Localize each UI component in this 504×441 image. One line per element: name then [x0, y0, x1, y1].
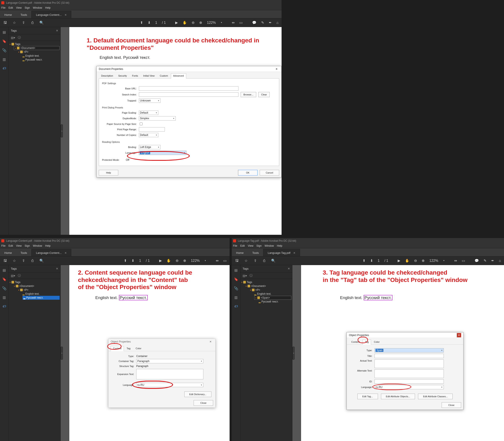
pointer-icon[interactable]: ▶: [159, 259, 162, 263]
tags-icon[interactable]: 🏷: [2, 304, 6, 309]
close-icon[interactable]: ✕: [56, 267, 58, 270]
zoom-in-icon[interactable]: ⊕: [183, 259, 186, 263]
type-select[interactable]: Span▼: [374, 348, 444, 352]
tree-p[interactable]: <P>: [24, 288, 28, 291]
bookmarks-icon[interactable]: 🔖: [234, 277, 238, 282]
titlebar[interactable]: Language-Content.pdf - Adobe Acrobat Pro…: [0, 0, 282, 5]
attachments-icon[interactable]: 📎: [2, 286, 6, 291]
actual-text-input[interactable]: [374, 360, 444, 368]
up-icon[interactable]: ⬆: [124, 259, 127, 263]
container-tag-select[interactable]: Paragraph▼: [136, 359, 203, 363]
up-icon[interactable]: ⬆: [140, 21, 143, 25]
zoom-in-icon[interactable]: ⊕: [422, 259, 424, 263]
menu-file[interactable]: File: [1, 6, 5, 9]
down-icon[interactable]: ⬇: [148, 21, 151, 25]
duplex-select[interactable]: Simplex▼: [139, 116, 176, 121]
highlight-icon[interactable]: ✎: [261, 21, 264, 25]
share-icon[interactable]: ⇪: [21, 259, 26, 263]
menu-file[interactable]: File: [1, 244, 5, 247]
print-icon[interactable]: ⎙: [30, 21, 35, 25]
page-view-icon[interactable]: ▭: [239, 21, 243, 25]
doc-tab[interactable]: Language-Tag.pdf ✕: [263, 249, 300, 256]
thumbnails-icon[interactable]: ▤: [2, 268, 6, 272]
tools-tab[interactable]: Tools: [16, 11, 31, 18]
dialog-titlebar[interactable]: Document Properties ✕: [97, 66, 281, 72]
fit-width-icon[interactable]: ⇔: [216, 259, 218, 263]
stamp-icon[interactable]: ⌂: [276, 21, 279, 25]
thumbnails-icon[interactable]: ▤: [234, 268, 238, 272]
info-icon[interactable]: ⓘ: [250, 274, 252, 278]
language-select[interactable]: ru-RU▼: [374, 385, 444, 389]
share-icon[interactable]: ⇪: [253, 259, 257, 263]
canvas[interactable]: ◂ 1. Default document language could be …: [61, 27, 282, 235]
home-tab[interactable]: Home: [0, 11, 16, 18]
menu-sign[interactable]: Sign: [25, 6, 30, 9]
menu-view[interactable]: View: [16, 6, 22, 9]
doc-tab[interactable]: Language-Content... ✕: [31, 249, 71, 256]
menu-window[interactable]: Window: [33, 6, 42, 9]
zoom-value[interactable]: 122%: [429, 259, 438, 263]
layers-icon[interactable]: ▥: [234, 295, 238, 300]
close-icon[interactable]: ✕: [56, 29, 58, 32]
pointer-icon[interactable]: ▶: [398, 259, 400, 263]
alternate-text-input[interactable]: [374, 369, 444, 378]
titlebar[interactable]: Language-Content.pdf - Adobe Acrobat Pro…: [0, 238, 230, 243]
menubar[interactable]: File Edit View Sign Window Help: [232, 243, 504, 248]
expansion-text-input[interactable]: [136, 369, 203, 379]
ok-button[interactable]: OK: [238, 170, 257, 175]
hand-icon[interactable]: ✋: [183, 21, 187, 25]
chevron-down-icon[interactable]: ▼: [220, 22, 222, 24]
copies-select[interactable]: Default▼: [139, 133, 158, 137]
tab-content[interactable]: Content: [349, 340, 362, 345]
hand-icon[interactable]: ✋: [405, 259, 409, 263]
layers-icon[interactable]: ▥: [2, 295, 6, 300]
save-icon[interactable]: 🖫: [3, 259, 7, 263]
stamp-icon[interactable]: ⌂: [499, 259, 501, 263]
trapped-select[interactable]: Unknown▼: [139, 98, 161, 103]
page-current[interactable]: 1: [139, 259, 141, 263]
tab-color[interactable]: Color: [371, 340, 382, 345]
comment-icon[interactable]: 💬: [252, 21, 256, 25]
zoom-out-icon[interactable]: ⊖: [414, 259, 417, 263]
close-icon[interactable]: ✕: [274, 67, 279, 71]
zoom-value[interactable]: 122%: [207, 21, 216, 25]
browse-button[interactable]: Browse...: [241, 92, 256, 97]
menu-window[interactable]: Window: [33, 244, 42, 247]
menu-sign[interactable]: Sign: [256, 244, 262, 247]
zoom-out-icon[interactable]: ⊖: [176, 259, 178, 263]
panel-collapse-handle[interactable]: ◂: [292, 347, 295, 360]
page-current[interactable]: 1: [155, 21, 157, 25]
sign-icon[interactable]: ✒: [491, 259, 494, 263]
menu-sign[interactable]: Sign: [25, 244, 30, 247]
options-icon[interactable]: ▤▾: [11, 274, 15, 277]
save-icon[interactable]: 🖫: [3, 21, 7, 25]
tree-p[interactable]: <P>: [255, 288, 260, 291]
info-icon[interactable]: ⓘ: [18, 274, 21, 278]
tree-text-ru[interactable]: Русский текст.: [261, 300, 279, 303]
share-icon[interactable]: ⇪: [21, 21, 26, 25]
edit-tag-button[interactable]: Edit Tag...: [357, 394, 378, 399]
menu-window[interactable]: Window: [265, 244, 274, 247]
dialog-titlebar[interactable]: Object Properties ✕: [347, 332, 463, 338]
options-icon[interactable]: ▤▾: [243, 274, 247, 277]
tab-tag[interactable]: Tag: [363, 340, 371, 345]
menu-view[interactable]: View: [248, 244, 253, 247]
close-icon[interactable]: ✕: [208, 340, 213, 343]
collapse-icon[interactable]: ▾: [18, 51, 19, 53]
star-icon[interactable]: ☆: [12, 259, 17, 263]
edit-attribute-classes-button[interactable]: Edit Attribute Classes...: [418, 394, 453, 399]
close-button[interactable]: Close: [442, 402, 461, 408]
language-select[interactable]: ru-RU▼: [136, 383, 203, 387]
collapse-icon[interactable]: ▾: [15, 47, 16, 49]
edit-dictionary-button[interactable]: Edit Dictionary...: [184, 392, 211, 397]
tags-icon[interactable]: 🏷: [234, 304, 238, 309]
tools-tab[interactable]: Tools: [248, 249, 263, 256]
tab-custom[interactable]: Custom: [157, 73, 170, 79]
pointer-icon[interactable]: ▶: [175, 21, 178, 25]
clear-button[interactable]: Clear: [258, 92, 270, 97]
tree-text-en[interactable]: English text.: [25, 292, 39, 295]
sign-icon[interactable]: ✒: [269, 21, 272, 25]
menubar[interactable]: File Edit View Sign Window Help: [0, 243, 230, 248]
search-icon[interactable]: 🔍: [39, 259, 44, 263]
help-button[interactable]: Help: [99, 170, 118, 175]
